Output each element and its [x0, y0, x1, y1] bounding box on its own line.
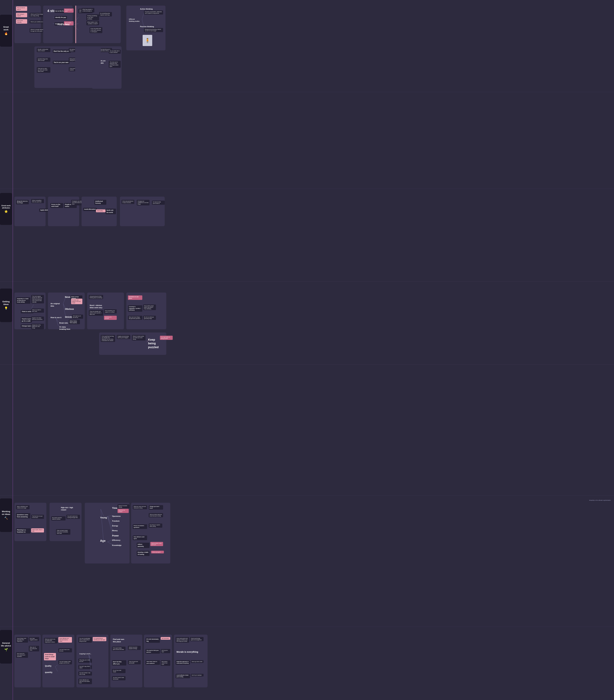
node-planning: Planning is a headstart on	[16, 528, 30, 534]
node-an-original: An original idea	[50, 302, 64, 308]
node-originality: Originality is a habit of mind (not an i…	[16, 297, 30, 304]
node-we-openly: We openly question different markets	[51, 516, 65, 521]
simplicity-quote: Simplicity is the ultimate sophisticatio…	[589, 500, 611, 501]
sidebar-item-great-work-attributes[interactable]: Great work attributes ⭐	[0, 193, 12, 225]
node-unusual-amount: Unusual amount of time thinking about so…	[89, 295, 103, 299]
panel-find-field	[14, 5, 41, 43]
node-some-early: Some early great work appears to others …	[175, 637, 189, 642]
node-most-prolific: Most prolific people prefer only what is…	[143, 304, 156, 310]
node-they-do-good: They do good and bad people	[128, 660, 141, 664]
figure-icon: 🧍	[143, 35, 152, 46]
node-most-original: The most original people are often the o…	[31, 295, 44, 303]
node-questions-peers: Questions to ask peers	[128, 296, 142, 300]
node-questions-come: Questions come from answering	[16, 513, 30, 518]
node-high-risk: High-risk = high reward	[60, 506, 74, 512]
node-avoid-affec: Avoid affectation	[83, 208, 97, 211]
node-ideal-time: Ideal time for creation	[118, 509, 129, 513]
node-time: Time	[111, 506, 118, 510]
sidebar-item-general-life[interactable]: General life advice 🌱	[0, 630, 12, 664]
node-key-things: Key things to explore when young	[149, 524, 162, 528]
node-induce-passivity: Induce passivity	[137, 543, 149, 548]
sidebar-emoji: 🔥	[4, 32, 8, 36]
main-content: Great work 🔥 Find a field Where you'll f…	[0, 0, 614, 700]
node-dont-go: Don't go too hard	[161, 649, 170, 653]
node-to-those: To those who believe in the old model	[71, 299, 82, 304]
node-from-pupil: From pupil that the thing you thought wa…	[101, 335, 115, 342]
node-great-result: Great result brings great encouragement	[190, 637, 204, 641]
node-dont-give-up: Don't give up on the first try	[72, 315, 83, 319]
node-some-attitudes: Some attitudes are hard and need to tack…	[58, 637, 72, 642]
node-return-to: Return to what excited you when you were…	[132, 335, 146, 340]
node-knowledge-label: Knowledge	[111, 543, 122, 547]
node-tells-you: Tells you about what you know and you're…	[149, 513, 163, 517]
node-nerds-ask: Nerds ask the world	[106, 209, 116, 214]
node-you-dont-copy3: You don't always copy other things	[78, 671, 92, 676]
node-admire-how: Admire how best people do things	[128, 646, 141, 650]
node-money-label: Money	[111, 529, 119, 532]
node-take-care: Take care of your body and mind	[29, 646, 39, 651]
node-pick-area: Pick an area to work in	[16, 7, 27, 11]
node-explore-ideas: Explore new ideas and find connections	[31, 316, 44, 321]
node-be-rich-on: Be rich on what you genuinely enjoy	[143, 316, 156, 320]
node-ideas-of: Ideas of a habit of your mind	[31, 309, 44, 313]
sidebar-item-great-work[interactable]: Great work 🔥	[0, 15, 12, 47]
node-puzzled-right: Try to get better at being puzzled	[160, 336, 173, 340]
node-develop-habit: Develop a habit of testing	[137, 551, 149, 556]
node-what-top: What top people in a field actually do	[82, 8, 94, 12]
node-depth-like: Depth-like approach to understand everyt…	[175, 660, 190, 665]
node-energy-label: Energy	[111, 524, 119, 527]
separator-4	[0, 364, 614, 365]
node-you-dont-copy2: You don't copy others nature	[78, 665, 92, 669]
node-if-ok: If you do great work it will seem obviou…	[89, 27, 102, 33]
node-power-label: Power	[111, 534, 120, 538]
node-openness: Openness	[111, 514, 122, 518]
node-from-good: From good habits, good results will foll…	[112, 647, 125, 651]
node-you-can-often: You can often feel it in your stomach	[109, 50, 121, 54]
node-loved-right: Don't try to maintain	[191, 674, 204, 676]
node-naturally: Let it come naturally	[16, 19, 27, 24]
node-curiosity: Curiosity to originality = prolific + sa…	[128, 305, 142, 312]
section-divider-line	[13, 0, 13, 700]
sidebar-gwa-text: Great work attributes	[1, 204, 11, 209]
node-passivity-right: Various tactics could quick you	[150, 542, 163, 546]
node-what-you-want: What you want to do, not what looks impr…	[44, 638, 58, 643]
node-your-inner: Your inner voice is your audience	[146, 660, 160, 665]
panel-big-right	[75, 46, 101, 88]
node-planning-pink: Hard to plan, easy to start	[31, 528, 44, 533]
node-copying-ok: Copying is ok if...	[78, 652, 94, 655]
node-how-attitude: How attitude could quick	[133, 536, 147, 540]
node-youre-on-own: You're on your own	[53, 61, 70, 64]
node-change-desc: Always be on the lookout for new things	[31, 324, 44, 329]
node-spend-if: Spend if invested smartly	[118, 504, 130, 509]
node-find-field-title: Find a field	[57, 22, 71, 26]
node-dont-affect: Don't let this affect you	[112, 660, 126, 665]
node-active-thinking: Active thinking	[139, 7, 154, 11]
node-age-label: Age	[99, 538, 107, 543]
node-freedom-label: Freedom	[111, 519, 120, 523]
node-focus-work: Focus on the work itself	[50, 203, 63, 208]
node-often-younger: Often younger people bring more constrai…	[56, 529, 70, 535]
node-depth-right: Never go down under	[191, 660, 204, 663]
node-not-nec-pink: Not necessary	[161, 637, 170, 640]
node-how-to-see: How to see it	[50, 316, 63, 319]
node-drive-and: Drive and persistence is key to success	[122, 200, 134, 204]
node-morale: Morale is everything	[175, 650, 199, 654]
sidebar-gi-text: Getting ideas	[1, 300, 11, 306]
node-identify-gap: Identify the gap	[54, 16, 67, 19]
sidebar-gi-emoji: 💡	[4, 307, 8, 310]
sidebar-item-getting-ideas[interactable]: Getting ideas 💡	[0, 289, 12, 322]
node-informality: Informality	[96, 209, 106, 212]
node-work-is-effortless: Work is effortless and endless and longe…	[16, 505, 29, 509]
node-some-attitudes2: Some attitudes are hard and must tackle …	[78, 678, 92, 684]
node-being-best: Being the best at a few things	[16, 200, 29, 204]
node-dont-worry: Don't worry too much about your reputati…	[16, 652, 28, 658]
node-you-dont: You don't have to be the best	[58, 648, 72, 652]
sidebar-item-working-on-ideas[interactable]: Working on ideas 🔨	[0, 498, 12, 532]
node-some-things: Some things come gradually from experien…	[16, 637, 28, 642]
sidebar-gla-text: General life advice	[1, 642, 11, 647]
node-different-modes: Different thinking modes	[128, 17, 142, 23]
node-you-dont-need2: You don't need to hate bad people	[112, 676, 125, 680]
node-questions-for: Questions for yourself	[104, 316, 117, 320]
node-do-hard-way: Do something that requires hard way	[99, 12, 112, 16]
node-largely: Largely unconsciously, don't try, let it…	[117, 335, 130, 339]
